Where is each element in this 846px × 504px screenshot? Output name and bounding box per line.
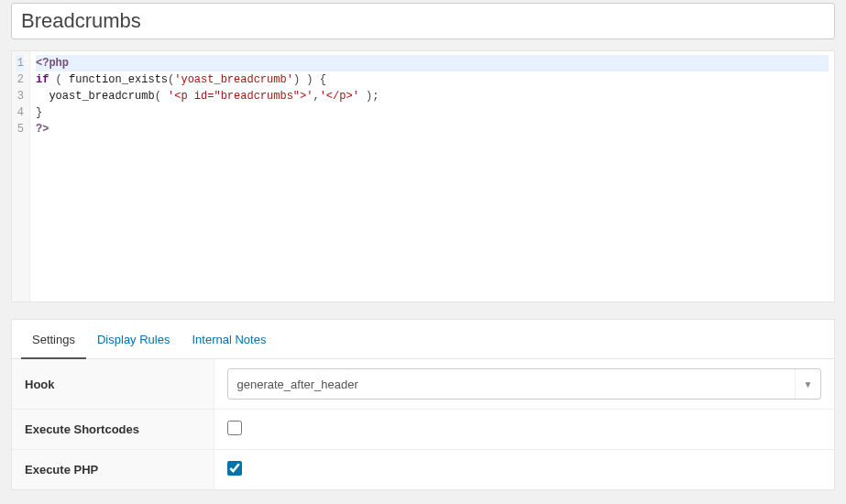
- code-gutter: 12345: [12, 51, 30, 301]
- code-area[interactable]: <?phpif ( function_exists('yoast_breadcr…: [30, 51, 834, 301]
- line-number: 4: [16, 104, 24, 121]
- line-number: 3: [16, 88, 24, 104]
- settings-panel: SettingsDisplay RulesInternal Notes Hook…: [11, 319, 835, 490]
- code-line[interactable]: if ( function_exists('yoast_breadcrumb')…: [36, 71, 829, 88]
- code-line[interactable]: ?>: [36, 121, 829, 137]
- line-number: 1: [16, 55, 24, 71]
- code-line[interactable]: <?php: [36, 55, 829, 71]
- line-number: 5: [16, 121, 24, 137]
- tab-display-rules[interactable]: Display Rules: [86, 320, 181, 358]
- shortcodes-label: Execute Shortcodes: [12, 410, 214, 450]
- chevron-down-icon: ▼: [795, 369, 820, 399]
- execute-php-checkbox[interactable]: [227, 461, 242, 476]
- php-label: Execute PHP: [12, 450, 214, 490]
- tab-settings[interactable]: Settings: [21, 320, 86, 359]
- line-number: 2: [16, 71, 24, 88]
- hook-label: Hook: [12, 359, 214, 410]
- code-line[interactable]: yoast_breadcrumb( '<p id="breadcrumbs">'…: [36, 88, 829, 104]
- code-editor[interactable]: 12345 <?phpif ( function_exists('yoast_b…: [11, 50, 835, 302]
- execute-shortcodes-checkbox[interactable]: [227, 421, 242, 435]
- title-input[interactable]: [11, 3, 835, 39]
- hook-select-value: generate_after_header: [237, 378, 358, 391]
- tab-bar: SettingsDisplay RulesInternal Notes: [12, 320, 834, 359]
- tab-internal-notes[interactable]: Internal Notes: [181, 320, 277, 358]
- code-line[interactable]: }: [36, 104, 829, 121]
- hook-select[interactable]: generate_after_header ▼: [227, 368, 822, 400]
